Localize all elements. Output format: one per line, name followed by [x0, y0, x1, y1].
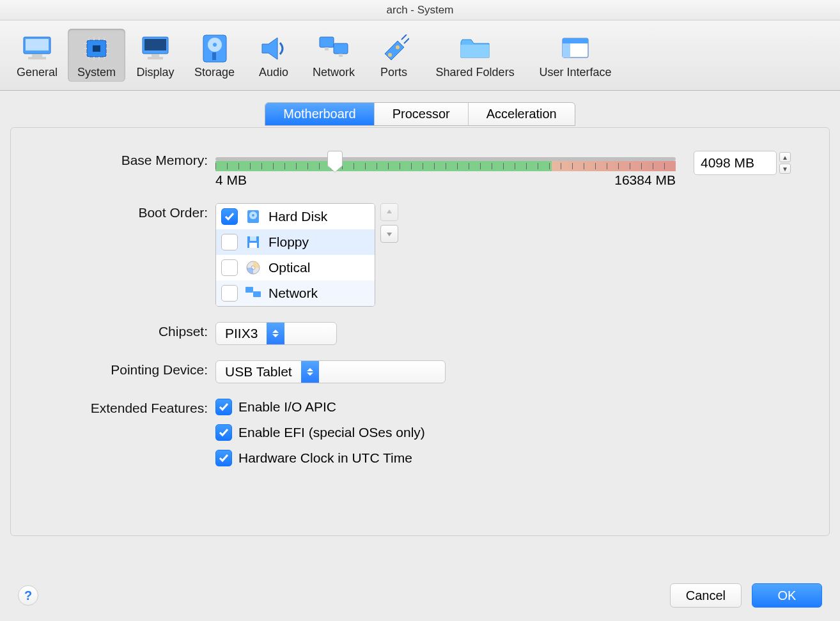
- move-down-button[interactable]: [380, 225, 398, 243]
- chipset-value: PIIX3: [216, 323, 267, 344]
- svg-rect-45: [249, 243, 257, 248]
- window-title: arch - System: [387, 4, 454, 16]
- help-button[interactable]: ?: [18, 585, 38, 606]
- move-up-button[interactable]: [380, 203, 398, 221]
- toolbar-ports[interactable]: Ports: [365, 29, 423, 82]
- svg-point-32: [388, 53, 392, 57]
- toolbar-label: Network: [313, 66, 355, 79]
- chevron-updown-icon: [267, 323, 284, 344]
- toolbar-storage[interactable]: Storage: [185, 29, 244, 82]
- chipset-select[interactable]: PIIX3: [215, 322, 337, 345]
- checkbox[interactable]: [221, 208, 238, 225]
- toolbar-label: System: [77, 66, 116, 79]
- svg-point-33: [396, 45, 400, 49]
- toolbar-label: Audio: [259, 66, 288, 79]
- svg-point-26: [213, 43, 217, 47]
- checkbox[interactable]: [221, 285, 238, 302]
- boot-item-label: Hard Disk: [268, 209, 327, 224]
- tab-acceleration[interactable]: Acceleration: [469, 103, 575, 125]
- stepper-up-icon[interactable]: ▲: [779, 152, 791, 162]
- memory-stepper[interactable]: ▲ ▼: [779, 152, 791, 174]
- pointing-device-value: USB Tablet: [216, 361, 301, 383]
- checkbox[interactable]: [215, 399, 232, 415]
- enable-io-apic-checkbox[interactable]: Enable I/O APIC: [215, 399, 336, 415]
- settings-panel: Base Memory: 4 MB 16384 MB 4098 MB ▲ ▼: [10, 127, 830, 536]
- boot-item-floppy[interactable]: Floppy: [216, 229, 375, 255]
- extended-features-label: Extended Features:: [36, 399, 215, 416]
- pointing-device-row: Pointing Device: USB Tablet: [36, 360, 804, 383]
- extended-features-row: Extended Features: Enable I/O APIC Enabl…: [36, 399, 804, 475]
- checkbox[interactable]: [221, 234, 238, 250]
- optical-icon: [244, 259, 262, 277]
- content-area: Motherboard Processor Acceleration Base …: [0, 91, 840, 536]
- svg-rect-22: [152, 54, 159, 57]
- stepper-down-icon[interactable]: ▼: [779, 164, 791, 174]
- display-icon: [138, 33, 173, 65]
- boot-order-row: Boot Order: Hard Disk Floppy: [36, 203, 804, 307]
- toolbar-display[interactable]: Display: [127, 29, 184, 82]
- svg-rect-28: [320, 37, 334, 47]
- floppy-icon: [244, 233, 262, 251]
- svg-rect-39: [563, 43, 570, 57]
- toolbar-shared-folders[interactable]: Shared Folders: [424, 29, 526, 82]
- ui-icon: [558, 33, 593, 65]
- slider-max-label: 16384 MB: [614, 172, 676, 188]
- svg-rect-44: [250, 236, 256, 241]
- toolbar-audio[interactable]: Audio: [245, 29, 302, 82]
- monitor-icon: [20, 33, 54, 65]
- boot-order-list[interactable]: Hard Disk Floppy Optical: [215, 203, 375, 307]
- chip-icon: [79, 33, 114, 65]
- toolbar-network[interactable]: Network: [304, 29, 364, 82]
- toolbar-label: Storage: [194, 66, 235, 79]
- chipset-label: Chipset:: [36, 322, 215, 339]
- checkbox[interactable]: [221, 259, 238, 276]
- checkbox[interactable]: [215, 450, 232, 466]
- pointing-device-select[interactable]: USB Tablet: [215, 360, 446, 383]
- cancel-button[interactable]: Cancel: [670, 583, 742, 608]
- boot-item-label: Network: [268, 286, 318, 301]
- svg-rect-1: [26, 39, 49, 50]
- harddisk-icon: [198, 33, 232, 65]
- svg-rect-3: [28, 57, 46, 59]
- network-small-icon: [244, 284, 262, 302]
- tab-bar: Motherboard Processor Acceleration: [265, 102, 575, 126]
- toolbar-label: General: [17, 66, 58, 79]
- harddisk-small-icon: [244, 208, 262, 226]
- svg-rect-48: [245, 287, 253, 293]
- ok-button[interactable]: OK: [752, 583, 822, 608]
- pointing-device-label: Pointing Device:: [36, 360, 215, 378]
- chevron-updown-icon: [301, 361, 319, 383]
- slider-min-label: 4 MB: [215, 172, 247, 188]
- enable-efi-checkbox[interactable]: Enable EFI (special OSes only): [215, 424, 425, 441]
- toolbar-system[interactable]: System: [68, 29, 125, 82]
- base-memory-slider[interactable]: 4 MB 16384 MB: [215, 151, 676, 188]
- svg-rect-49: [253, 291, 261, 297]
- toolbar-general[interactable]: General: [8, 29, 66, 82]
- svg-rect-23: [148, 57, 163, 59]
- base-memory-input[interactable]: 4098 MB: [694, 151, 777, 175]
- svg-line-34: [401, 34, 407, 40]
- chipset-row: Chipset: PIIX3: [36, 322, 804, 345]
- hardware-clock-utc-checkbox[interactable]: Hardware Clock in UTC Time: [215, 450, 412, 466]
- base-memory-row: Base Memory: 4 MB 16384 MB 4098 MB ▲ ▼: [36, 151, 804, 188]
- ports-icon: [377, 33, 411, 65]
- folder-icon: [458, 33, 492, 65]
- settings-toolbar: General System Display Storage Audio Net…: [0, 20, 840, 91]
- svg-rect-21: [144, 39, 166, 50]
- svg-rect-31: [339, 54, 343, 57]
- svg-rect-29: [334, 43, 348, 54]
- checkbox[interactable]: [215, 424, 232, 441]
- svg-line-35: [404, 38, 409, 43]
- tab-motherboard[interactable]: Motherboard: [265, 103, 374, 125]
- slider-thumb[interactable]: [327, 151, 343, 167]
- tab-processor[interactable]: Processor: [375, 103, 469, 125]
- boot-item-network[interactable]: Network: [216, 280, 375, 306]
- toolbar-label: Shared Folders: [436, 66, 515, 79]
- svg-rect-36: [461, 45, 489, 57]
- network-icon: [316, 33, 351, 65]
- svg-point-42: [252, 214, 254, 217]
- boot-item-optical[interactable]: Optical: [216, 255, 375, 280]
- toolbar-user-interface[interactable]: User Interface: [527, 29, 623, 82]
- boot-item-harddisk[interactable]: Hard Disk: [216, 204, 375, 229]
- svg-rect-38: [563, 38, 588, 43]
